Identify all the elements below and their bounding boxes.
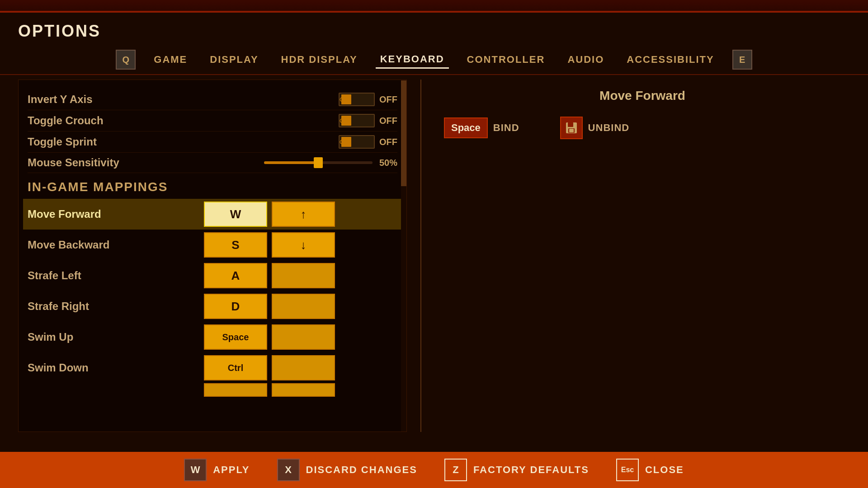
toggle-icon-3: ⟳ [340,138,345,146]
toggle-sprint-toggle[interactable]: ⟳ [339,135,375,149]
key-btn-strafe-right-alt[interactable] [272,294,335,319]
mapping-row-strafe-left[interactable]: Strafe Left A [28,260,397,291]
right-panel: Move Forward Space BIND UNBIND [435,80,850,432]
key-btn-strafe-left-alt[interactable] [272,263,335,288]
key-btn-s[interactable]: S [204,232,267,258]
mapping-name-strafe-left: Strafe Left [28,269,199,282]
key-btn-up[interactable]: ↑ [272,202,335,227]
apply-label: APPLY [213,464,250,476]
key-btn-partial-1 [204,383,267,397]
mapping-row-move-forward[interactable]: Move Forward W ↑ [23,199,402,230]
mouse-sensitivity-control: 50% [264,158,397,168]
invert-y-control[interactable]: ⟳ OFF [339,93,397,106]
binding-title: Move Forward [444,89,841,103]
invert-y-value: OFF [379,94,397,105]
factory-defaults-button[interactable]: Z FACTORY DEFAULTS [444,459,589,481]
apply-key[interactable]: W [184,459,207,481]
factory-key[interactable]: Z [444,459,467,481]
toggle-sprint-row: Toggle Sprint ⟳ OFF [28,131,397,153]
key-btn-partial-2 [272,383,335,397]
mouse-sensitivity-row: Mouse Sensitivity 50% [28,153,397,173]
close-button[interactable]: Esc CLOSE [616,459,684,481]
slider-thumb[interactable] [314,157,323,168]
toggle-sprint-label: Toggle Sprint [28,136,97,148]
key-btn-space[interactable]: Space [204,324,267,350]
mapping-row-swim-down[interactable]: Swim Down Ctrl [28,352,397,383]
invert-y-toggle[interactable]: ⟳ [339,93,375,106]
page-title: OPTIONS [18,22,850,41]
slider-fill [264,161,318,164]
bind-button[interactable]: Space BIND [444,117,519,138]
top-bar-accent [0,11,868,13]
invert-y-label: Invert Y Axis [28,93,93,106]
svg-rect-3 [569,129,574,132]
mapping-table: Move Forward W ↑ Move Backward S ↓ [28,199,397,397]
toggle-icon: ⟳ [340,95,345,104]
key-btn-swim-down-alt[interactable] [272,355,335,380]
toggle-crouch-value: OFF [379,116,397,126]
toggle-icon-2: ⟳ [340,117,345,125]
invert-y-row: Invert Y Axis ⟳ OFF [28,89,397,110]
nav-right-icon[interactable]: E [732,50,752,70]
tab-keyboard[interactable]: KEYBOARD [376,51,449,69]
mouse-sensitivity-label: Mouse Sensitivity [28,156,119,169]
tab-game[interactable]: GAME [149,52,192,68]
key-btn-w[interactable]: W [204,202,267,227]
mapping-row-swim-up[interactable]: Swim Up Space [28,322,397,352]
mapping-name-move-forward: Move Forward [28,208,199,221]
close-key[interactable]: Esc [616,459,639,481]
key-btn-a[interactable]: A [204,263,267,288]
nav-tabs: Q GAME DISPLAY HDR DISPLAY KEYBOARD CONT… [0,45,868,75]
mapping-name-strafe-right: Strafe Right [28,300,199,313]
tab-display[interactable]: DISPLAY [205,52,263,68]
key-btn-swim-up-alt[interactable] [272,324,335,350]
mapping-name-swim-up: Swim Up [28,331,199,343]
svg-rect-1 [568,122,573,127]
toggle-crouch-toggle[interactable]: ⟳ [339,114,375,127]
top-bar [0,0,868,13]
main-content: Invert Y Axis ⟳ OFF Toggle Crouch ⟳ OFF … [0,75,868,436]
floppy-disk-icon [565,121,578,135]
bind-key[interactable]: Space [444,117,488,138]
key-btn-d[interactable]: D [204,294,267,319]
mapping-row-strafe-right[interactable]: Strafe Right D [28,291,397,322]
left-panel: Invert Y Axis ⟳ OFF Toggle Crouch ⟳ OFF … [18,80,407,432]
toggle-sprint-control[interactable]: ⟳ OFF [339,135,397,149]
key-btn-ctrl[interactable]: Ctrl [204,355,267,380]
factory-label: FACTORY DEFAULTS [473,464,589,476]
unbind-label: UNBIND [588,122,630,134]
discard-button[interactable]: X DISCARD CHANGES [277,459,417,481]
toggle-sprint-value: OFF [379,137,397,147]
toggle-crouch-label: Toggle Crouch [28,114,104,127]
tab-audio[interactable]: AUDIO [563,52,609,68]
discard-key[interactable]: X [277,459,300,481]
mapping-row-move-backward[interactable]: Move Backward S ↓ [28,230,397,260]
vertical-divider [420,80,421,432]
scroll-indicator[interactable] [401,80,406,432]
toggle-crouch-control[interactable]: ⟳ OFF [339,114,397,127]
sensitivity-slider[interactable] [264,161,373,164]
mapping-row-partial [28,383,397,397]
tab-controller[interactable]: CONTROLLER [462,52,550,68]
binding-controls: Space BIND UNBIND [444,117,841,139]
unbind-button[interactable]: UNBIND [560,117,630,139]
nav-left-icon[interactable]: Q [116,50,136,70]
scroll-thumb[interactable] [401,80,406,186]
toggle-crouch-row: Toggle Crouch ⟳ OFF [28,110,397,131]
unbind-icon[interactable] [560,117,583,139]
mappings-section-header: IN-GAME MAPPINGS [28,173,397,199]
mapping-name-move-backward: Move Backward [28,239,199,251]
mapping-name-swim-down: Swim Down [28,361,199,374]
sensitivity-value: 50% [379,158,397,168]
apply-button[interactable]: W APPLY [184,459,250,481]
header: OPTIONS [0,13,868,45]
key-btn-down[interactable]: ↓ [272,232,335,258]
bottom-bar: W APPLY X DISCARD CHANGES Z FACTORY DEFA… [0,452,868,488]
close-label: CLOSE [645,464,684,476]
bind-label: BIND [493,122,519,134]
discard-label: DISCARD CHANGES [306,464,417,476]
tab-accessibility[interactable]: ACCESSIBILITY [622,52,718,68]
tab-hdr-display[interactable]: HDR DISPLAY [277,52,362,68]
